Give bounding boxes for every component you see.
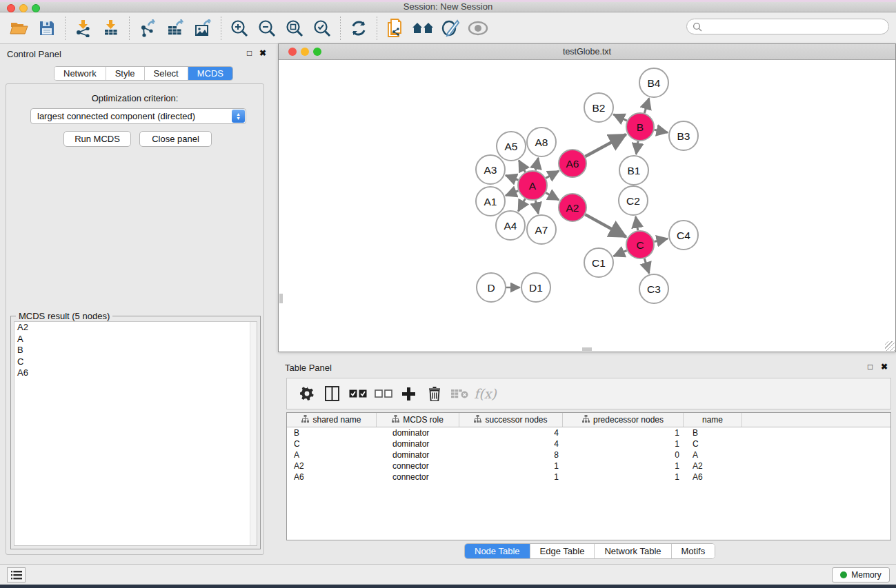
cell-name[interactable]: A6 [684, 472, 742, 482]
zoom-out-icon[interactable] [253, 16, 281, 41]
node-B3[interactable]: B3 [669, 121, 698, 150]
mcds-result-item[interactable]: B [14, 345, 257, 356]
edge-A-A3[interactable] [506, 175, 518, 180]
table-row-A2[interactable]: A2connector11A2 [287, 460, 890, 472]
cell-shared-name[interactable]: A [287, 450, 377, 460]
criterion-select[interactable]: largest connected component (directed) ▲… [30, 108, 246, 124]
edge-B-B1[interactable] [636, 141, 638, 154]
window-resize-grip[interactable] [885, 341, 895, 351]
column-header-predecessor-nodes[interactable]: predecessor nodes [563, 413, 684, 427]
export-table-icon[interactable] [161, 16, 189, 41]
edge-B-B4[interactable] [644, 98, 649, 113]
show-hide-icon[interactable] [464, 16, 492, 41]
cell-predecessor-nodes[interactable]: 1 [563, 428, 684, 438]
column-header-MCDS-role[interactable]: MCDS role [377, 413, 459, 427]
cell-successor-nodes[interactable]: 4 [459, 428, 563, 438]
window-resize-handle-bottom[interactable] [582, 347, 592, 351]
edge-A6-B[interactable] [585, 134, 626, 156]
cell-successor-nodes[interactable]: 1 [459, 472, 563, 482]
run-mcds-button[interactable]: Run MCDS [63, 131, 131, 147]
node-A3[interactable]: A3 [476, 155, 505, 184]
tab-edge-table[interactable]: Edge Table [530, 544, 595, 558]
node-B[interactable]: B [626, 113, 654, 141]
show-columns-icon[interactable] [319, 381, 345, 406]
cell-shared-name[interactable]: A2 [287, 461, 377, 471]
edge-A2-C[interactable] [585, 214, 626, 237]
node-C3[interactable]: C3 [639, 274, 668, 303]
zoom-selected-icon[interactable] [308, 16, 336, 41]
tab-mcds[interactable]: MCDS [188, 67, 232, 80]
cell-predecessor-nodes[interactable]: 0 [563, 450, 684, 460]
node-A8[interactable]: A8 [527, 128, 556, 156]
window-resize-handle-left[interactable] [279, 294, 283, 303]
delete-column-icon[interactable] [421, 381, 447, 406]
node-D1[interactable]: D1 [521, 273, 550, 302]
float-table-panel-icon[interactable]: □ [868, 362, 873, 372]
edge-A-A6[interactable] [546, 171, 559, 179]
node-D[interactable]: D [477, 273, 506, 302]
cell-successor-nodes[interactable]: 8 [459, 450, 563, 460]
tab-select[interactable]: Select [145, 67, 188, 80]
cell-MCDS-role[interactable]: connector [377, 472, 459, 482]
close-table-panel-icon[interactable]: ✖ [881, 362, 888, 372]
close-panel-button[interactable]: Close panel [139, 131, 212, 147]
scrollbar[interactable] [250, 322, 257, 545]
tab-motifs[interactable]: Motifs [672, 544, 715, 558]
function-builder-icon[interactable]: f(x) [472, 381, 498, 406]
export-network-icon[interactable] [134, 16, 161, 41]
cell-MCDS-role[interactable]: dominator [377, 439, 459, 449]
search-input[interactable] [686, 19, 889, 34]
cell-successor-nodes[interactable]: 4 [459, 439, 563, 449]
table-row-A[interactable]: Adominator80A [287, 449, 890, 460]
tab-network-table[interactable]: Network Table [595, 544, 671, 558]
import-table-icon[interactable] [97, 16, 125, 41]
cell-MCDS-role[interactable]: dominator [377, 450, 459, 460]
cell-name[interactable]: A [684, 450, 742, 460]
edge-A-A7[interactable] [535, 201, 538, 214]
select-all-icon[interactable] [345, 381, 370, 406]
export-image-icon[interactable] [189, 16, 217, 41]
column-header-name[interactable]: name [684, 413, 742, 427]
cell-shared-name[interactable]: A6 [287, 472, 377, 482]
node-C[interactable]: C [626, 231, 654, 258]
cell-successor-nodes[interactable]: 1 [459, 461, 563, 471]
cell-predecessor-nodes[interactable]: 1 [563, 439, 684, 449]
edge-B-B2[interactable] [613, 114, 627, 121]
new-network-from-selection-icon[interactable] [381, 16, 409, 41]
mcds-result-item[interactable]: A6 [14, 367, 257, 379]
first-neighbors-icon[interactable] [409, 16, 437, 41]
edge-A-A4[interactable] [518, 199, 525, 211]
node-A5[interactable]: A5 [497, 132, 526, 161]
edge-C-C1[interactable] [614, 250, 627, 256]
cell-name[interactable]: B [684, 428, 742, 438]
memory-button[interactable]: Memory [832, 567, 890, 582]
node-A6[interactable]: A6 [559, 150, 586, 177]
cell-predecessor-nodes[interactable]: 1 [563, 472, 684, 482]
table-row-A6[interactable]: A6connector11A6 [287, 472, 890, 483]
table-settings-gear-icon[interactable] [294, 381, 319, 406]
edge-C-C2[interactable] [636, 216, 638, 230]
tab-node-table[interactable]: Node Table [465, 544, 530, 558]
tab-network[interactable]: Network [54, 67, 106, 80]
zoom-fit-icon[interactable] [281, 16, 308, 41]
edge-C-C4[interactable] [654, 239, 668, 241]
node-A4[interactable]: A4 [496, 211, 525, 240]
node-A1[interactable]: A1 [476, 187, 505, 216]
edge-C-C3[interactable] [644, 258, 649, 274]
task-history-button[interactable] [7, 567, 26, 582]
create-column-icon[interactable] [396, 381, 421, 406]
unselect-all-icon[interactable] [370, 381, 396, 406]
tab-style[interactable]: Style [106, 67, 145, 80]
edge-A-A1[interactable] [506, 191, 518, 196]
save-session-icon[interactable] [33, 16, 61, 41]
node-B1[interactable]: B1 [619, 156, 648, 185]
table-row-B[interactable]: Bdominator41B [287, 427, 890, 438]
cell-shared-name[interactable]: B [287, 428, 377, 438]
network-canvas[interactable]: AA1A2A3A4A5A6A7A8BB1B2B3B4CC1C2C3C4DD1 [279, 60, 895, 352]
delete-table-icon[interactable] [447, 381, 472, 406]
node-A[interactable]: A [518, 171, 547, 200]
zoom-in-icon[interactable] [226, 16, 253, 41]
node-B2[interactable]: B2 [584, 93, 613, 122]
column-header-successor-nodes[interactable]: successor nodes [459, 413, 563, 427]
refresh-icon[interactable] [345, 16, 372, 41]
